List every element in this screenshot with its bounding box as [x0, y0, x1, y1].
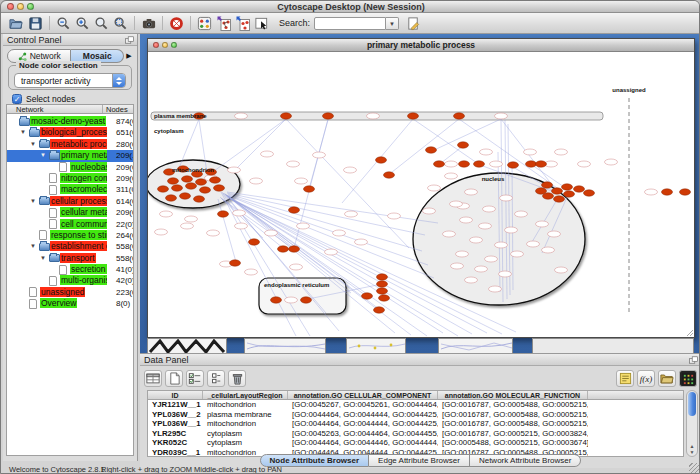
float-panel-icon[interactable] [689, 356, 698, 364]
background-window-fragment[interactable] [532, 338, 694, 353]
edit-network-icon[interactable] [404, 15, 423, 32]
network-node[interactable] [542, 182, 553, 188]
col-molecular-function[interactable]: annotation.GO MOLECULAR_FUNCTION [438, 391, 588, 399]
background-window-fragment[interactable] [147, 338, 227, 353]
network-node[interactable] [362, 293, 373, 299]
network-node[interactable] [271, 297, 282, 303]
col-cellular-component[interactable]: annotation.GO CELLULAR_COMPONENT [288, 391, 438, 399]
expander-icon[interactable]: ▼ [29, 243, 37, 249]
network-edge[interactable] [387, 119, 459, 176]
network-node[interactable] [218, 211, 229, 217]
network-node[interactable] [196, 179, 207, 185]
unselect-attributes-icon[interactable] [207, 370, 225, 387]
tree-col-nodes[interactable]: Nodes [103, 105, 133, 113]
network-node[interactable] [182, 176, 193, 182]
expander-icon[interactable]: ▼ [29, 141, 37, 147]
tree-row[interactable]: nitrogen compo209(0) [7, 173, 133, 184]
scrollbar-thumb[interactable] [688, 392, 696, 416]
network-node[interactable] [377, 281, 388, 287]
network-node[interactable] [434, 161, 445, 167]
canvas-resize-grip[interactable] [687, 330, 693, 336]
network-node[interactable] [172, 185, 183, 191]
annotation-note-icon[interactable] [616, 370, 634, 387]
select-nodes-checkbox[interactable]: ✓ [12, 94, 22, 104]
network-node[interactable] [194, 196, 205, 202]
function-builder-icon[interactable]: f(x) [637, 370, 655, 387]
open-icon[interactable] [7, 15, 26, 32]
float-panel-icon[interactable] [125, 36, 134, 44]
network-node[interactable] [304, 186, 315, 192]
select-attributes-icon[interactable] [186, 370, 204, 387]
network-node[interactable] [281, 113, 292, 119]
tree-row[interactable]: ▼metabolic process280(0) [7, 139, 133, 150]
network-node[interactable] [168, 178, 179, 184]
network-node[interactable] [230, 260, 241, 266]
resize-grip[interactable] [689, 463, 699, 473]
network-node[interactable] [158, 186, 169, 192]
node-color-dropdown[interactable]: transporter activity [14, 73, 126, 88]
network-node[interactable] [249, 239, 260, 245]
tree-row[interactable]: ▼establishment of lo558(0) [7, 241, 133, 252]
network-node[interactable] [584, 190, 595, 196]
background-window-fragment[interactable] [244, 338, 326, 353]
network-node[interactable] [536, 188, 547, 194]
tree-row[interactable]: ▼transport558(0) [7, 253, 133, 264]
network-edge[interactable] [214, 119, 286, 171]
background-window-fragment[interactable] [438, 338, 513, 353]
network-node[interactable] [552, 188, 563, 194]
import-attributes-icon[interactable] [658, 370, 676, 387]
network-node[interactable] [278, 246, 289, 252]
table-row[interactable]: YPL036W__2plasma membrane[GO:0044464, GO… [148, 410, 683, 420]
new-attribute-icon[interactable] [165, 370, 183, 387]
zoom-fit-icon[interactable] [92, 15, 111, 32]
network-node[interactable] [376, 157, 387, 163]
network-node[interactable] [474, 161, 485, 167]
tree-row[interactable]: ▼biological_process651(0) [7, 127, 133, 138]
network-node[interactable] [458, 142, 469, 148]
zoom-in-icon[interactable] [73, 15, 92, 32]
table-row[interactable]: YLR295Ccytoplasm[GO:0045263, GO:0044464,… [148, 429, 683, 439]
network-node[interactable] [408, 113, 419, 119]
network-node[interactable] [536, 161, 547, 167]
layout-selected-icon[interactable] [233, 15, 252, 32]
network-node[interactable] [323, 113, 334, 119]
tree-row[interactable]: response to stimulu264(0) [7, 230, 133, 241]
network-edge[interactable] [413, 119, 480, 165]
table-scrollbar[interactable]: ▲▼ [686, 390, 698, 457]
zoom-selected-icon[interactable] [111, 15, 130, 32]
network-node[interactable] [301, 297, 312, 303]
expander-icon[interactable]: ▼ [39, 255, 47, 261]
network-node[interactable] [562, 184, 573, 190]
network-edge[interactable] [235, 119, 286, 170]
tree-row[interactable]: cellular metabol209(0) [7, 207, 133, 218]
network-node[interactable] [508, 162, 519, 168]
search-dropdown-icon[interactable]: ▼ [386, 17, 399, 30]
save-icon[interactable] [26, 15, 45, 32]
attribute-table-icon[interactable] [144, 370, 162, 387]
tree-row[interactable]: nucleobase-209(0) [7, 162, 133, 173]
tree-col-network[interactable]: Network [7, 105, 103, 113]
tree-row[interactable]: ▼primary metabol209(... [7, 150, 133, 161]
network-node[interactable] [379, 295, 390, 301]
network-canvas[interactable]: plasma membranecytoplasmmitochondrionnuc… [148, 52, 694, 337]
network-node[interactable] [200, 187, 211, 193]
zoom-out-icon[interactable] [54, 15, 73, 32]
tree-row[interactable]: unassigned223(0) [7, 287, 133, 298]
network-node[interactable] [289, 246, 300, 252]
network-node[interactable] [459, 161, 470, 167]
network-node[interactable] [662, 189, 673, 195]
network-node[interactable] [680, 189, 691, 195]
network-node[interactable] [564, 191, 575, 197]
network-node[interactable] [384, 172, 395, 178]
search-input[interactable] [314, 17, 386, 30]
tree-row[interactable]: multi-organism pro42(0) [7, 275, 133, 286]
network-node[interactable] [289, 207, 300, 213]
network-edge[interactable] [218, 199, 236, 262]
network-node[interactable] [377, 274, 388, 280]
network-node[interactable] [526, 161, 537, 167]
delete-attribute-icon[interactable] [228, 370, 246, 387]
tree-row[interactable]: cell communicat22(0) [7, 219, 133, 230]
network-edge[interactable] [441, 146, 463, 163]
expander-icon[interactable]: ▼ [39, 152, 47, 158]
network-node[interactable] [454, 113, 465, 119]
